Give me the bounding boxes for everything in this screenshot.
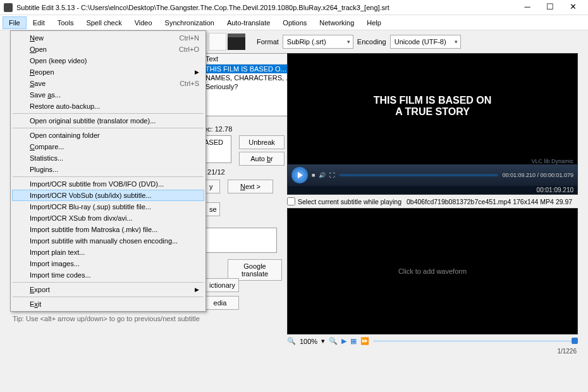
media-button-fragment[interactable]: edia bbox=[201, 296, 239, 310]
video-subtitle-line: THIS FILM IS BASED ON bbox=[374, 95, 492, 106]
menu-file[interactable]: File bbox=[3, 16, 27, 29]
window-title: Subtitle Edit 3.5.13 - C:\Users\elnco\De… bbox=[16, 4, 516, 11]
file-menu-item[interactable]: SaveCtrl+S bbox=[12, 78, 204, 89]
zoom-out-icon[interactable]: 🔍 bbox=[287, 337, 296, 345]
file-menu-item[interactable]: Open original subtitle (translator mode)… bbox=[12, 115, 204, 126]
file-menu-item[interactable]: Import images... bbox=[12, 258, 204, 269]
file-menu-item[interactable]: OpenCtrl+O bbox=[12, 44, 204, 55]
next-button[interactable]: Next > bbox=[228, 180, 273, 193]
file-menu-item[interactable]: Import/OCR XSub from divx/avi... bbox=[12, 212, 204, 224]
pager: 1/1226 bbox=[287, 345, 578, 357]
minimize-button[interactable]: ─ bbox=[516, 0, 539, 15]
file-menu-item[interactable]: Import/OCR Blu-ray (.sup) subtitle file.… bbox=[12, 201, 204, 212]
zoom-in-icon[interactable]: 🔍 bbox=[329, 337, 338, 345]
file-menu-item[interactable]: Save as... bbox=[12, 89, 204, 101]
app-icon bbox=[4, 3, 13, 12]
video-subtitle-line: A TRUE STORY bbox=[395, 106, 470, 118]
wave-scroll[interactable] bbox=[373, 340, 578, 342]
play-button[interactable] bbox=[291, 167, 308, 183]
menu-sync[interactable]: Synchronization bbox=[159, 16, 221, 29]
stop-icon[interactable]: ■ bbox=[312, 172, 315, 178]
file-menu-item[interactable]: Reopen▶ bbox=[12, 66, 204, 78]
file-menu-item[interactable]: Exit bbox=[12, 298, 204, 310]
wave-grid-icon[interactable]: ▦ bbox=[350, 337, 357, 345]
maximize-button[interactable]: ☐ bbox=[539, 0, 561, 15]
zoom-dropdown-icon[interactable]: ▾ bbox=[321, 337, 325, 345]
file-menu-item[interactable]: NewCtrl+N bbox=[12, 32, 204, 44]
list-row[interactable]: THIS FILM IS BASED O... bbox=[202, 64, 295, 73]
unbreak-button[interactable]: Unbreak bbox=[239, 135, 285, 149]
list-row[interactable]: NAMES, CHARACTERS, ... bbox=[202, 73, 295, 82]
mute-icon[interactable]: 🔊 bbox=[319, 172, 326, 178]
file-menu-item[interactable]: Open (keep video) bbox=[12, 55, 204, 66]
menu-edit[interactable]: Edit bbox=[27, 16, 51, 29]
file-menu-item[interactable]: Import plain text... bbox=[12, 247, 204, 258]
list-row[interactable]: Seriously? bbox=[202, 82, 295, 91]
list-header-text[interactable]: Text bbox=[202, 54, 295, 64]
file-menu-item[interactable]: Statistics... bbox=[12, 152, 204, 164]
file-menu-item[interactable]: Import time codes... bbox=[12, 269, 204, 281]
file-menu-item[interactable]: Plugins... bbox=[12, 164, 204, 175]
checkbox-label: Select current subtitle while playing bbox=[298, 198, 401, 205]
encoding-combo[interactable]: Unicode (UTF-8) bbox=[390, 35, 461, 49]
clapper-icon[interactable] bbox=[228, 34, 245, 50]
file-menu-item[interactable]: Import/OCR VobSub (sub/idx) subtitle... bbox=[12, 190, 204, 201]
wave-ff-icon[interactable]: ⏩ bbox=[360, 337, 369, 345]
menu-spellcheck[interactable]: Spell check bbox=[80, 16, 128, 29]
close-button[interactable]: ✕ bbox=[561, 0, 584, 15]
file-menu-item[interactable]: Compare... bbox=[12, 141, 204, 152]
menu-tools[interactable]: Tools bbox=[51, 16, 80, 29]
video-watermark: VLC lib Dynamic bbox=[288, 158, 577, 164]
menu-networking[interactable]: Networking bbox=[313, 16, 360, 29]
menu-video[interactable]: Video bbox=[128, 16, 159, 29]
menu-help[interactable]: Help bbox=[360, 16, 388, 29]
text-field[interactable] bbox=[201, 228, 277, 253]
menu-options[interactable]: Options bbox=[276, 16, 313, 29]
file-menu-dropdown: NewCtrl+NOpenCtrl+OOpen (keep video)Reop… bbox=[10, 30, 206, 312]
format-combo[interactable]: SubRip (.srt) bbox=[283, 35, 353, 49]
duration-label: ec: 12.78 bbox=[204, 125, 232, 133]
dictionary-button-fragment[interactable]: ictionary bbox=[201, 278, 239, 292]
time-display: 00:01:09.210 / 00:00:01.079 bbox=[502, 172, 573, 178]
tip-text: Tip: Use <alt+ arrow up/down> to go to p… bbox=[5, 310, 282, 328]
media-info: 0b406fcd719b081372b7ce451.mp4 176x144 MP… bbox=[407, 198, 572, 205]
menubar: File Edit Tools Spell check Video Synchr… bbox=[0, 15, 588, 30]
file-menu-item[interactable]: Open containing folder bbox=[12, 130, 204, 141]
play-icon bbox=[298, 172, 303, 178]
zoom-level: 100% bbox=[300, 338, 317, 345]
encoding-label: Encoding bbox=[357, 38, 386, 46]
google-translate-button[interactable]: Google translate bbox=[228, 259, 282, 281]
progress-bar[interactable] bbox=[339, 174, 498, 176]
video-player[interactable]: THIS FILM IS BASED ON A TRUE STORY VLC l… bbox=[287, 53, 578, 195]
format-label: Format bbox=[257, 38, 279, 46]
file-menu-item[interactable]: Export▶ bbox=[12, 284, 204, 295]
time-label: 00:01:09.210 bbox=[288, 186, 577, 194]
waveform-panel[interactable]: Click to add waveform bbox=[287, 208, 578, 334]
fullscreen-icon[interactable]: ⛶ bbox=[329, 172, 335, 178]
file-menu-item[interactable]: Import subtitle from Matroska (.mkv) fil… bbox=[12, 224, 204, 235]
toolbar-button[interactable] bbox=[209, 33, 226, 51]
menu-autotranslate[interactable]: Auto-translate bbox=[221, 16, 276, 29]
file-menu-item[interactable]: Import/OCR subtitle from VOB/IFO (DVD)..… bbox=[12, 178, 204, 190]
file-menu-item[interactable]: Restore auto-backup... bbox=[12, 101, 204, 112]
autobr-button[interactable]: Auto br bbox=[239, 152, 285, 166]
char-count: : 21/12 bbox=[204, 168, 225, 176]
file-menu-item[interactable]: Import subtitle with manually chosen enc… bbox=[12, 235, 204, 247]
select-while-playing-checkbox[interactable] bbox=[287, 197, 295, 205]
wave-play-icon[interactable]: ▶ bbox=[341, 337, 346, 345]
